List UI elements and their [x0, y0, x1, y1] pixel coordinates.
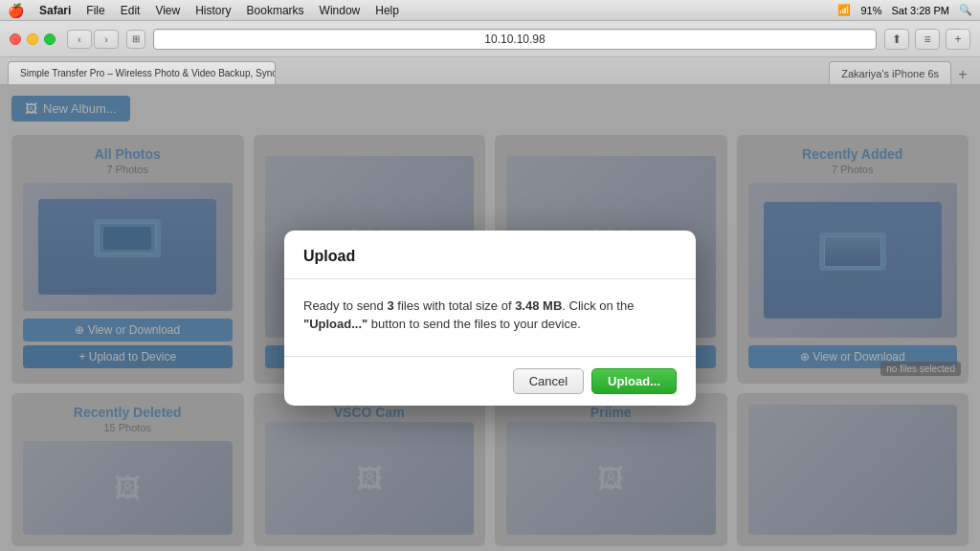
maximize-button[interactable]	[44, 33, 56, 45]
clock: Sat 3:28 PM	[891, 5, 949, 16]
url-text: 10.10.10.98	[484, 33, 545, 46]
tab-2[interactable]: Zakariya's iPhone 6s	[829, 61, 951, 84]
menu-help[interactable]: Help	[375, 4, 399, 17]
menu-history[interactable]: History	[195, 4, 231, 17]
battery-status: 91%	[860, 5, 881, 16]
upload-quoted: "Upload..."	[303, 317, 368, 331]
modal-body: Ready to send 3 files with total size of…	[284, 279, 696, 356]
address-bar[interactable]: 10.10.10.98	[153, 29, 877, 50]
wifi-icon[interactable]: 📶	[837, 4, 851, 16]
browser-tabs: Simple Transfer Pro – Wireless Photo & V…	[0, 57, 980, 84]
new-tab-button[interactable]: +	[946, 29, 970, 50]
tab-2-label: Zakariya's iPhone 6s	[841, 68, 939, 79]
menu-file[interactable]: File	[86, 4, 104, 17]
tab-1[interactable]: Simple Transfer Pro – Wireless Photo & V…	[8, 61, 276, 84]
browser-toolbar: ‹ › ⊞ 10.10.10.98 ⬆ ≡ +	[0, 21, 980, 57]
browser-chrome: ‹ › ⊞ 10.10.10.98 ⬆ ≡ + Simple Transfer …	[0, 21, 980, 84]
reader-button[interactable]: ≡	[915, 29, 940, 50]
menu-edit[interactable]: Edit	[121, 4, 141, 17]
menu-bookmarks[interactable]: Bookmarks	[247, 4, 304, 17]
menu-window[interactable]: Window	[320, 4, 361, 17]
minimize-button[interactable]	[27, 33, 38, 45]
upload-confirm-button[interactable]: Upload...	[591, 368, 677, 394]
close-button[interactable]	[10, 33, 21, 45]
tab-overview-button[interactable]: ⊞	[126, 30, 145, 49]
modal-overlay: Upload Ready to send 3 files with total …	[0, 84, 980, 551]
cancel-button[interactable]: Cancel	[513, 368, 584, 394]
traffic-lights	[10, 33, 56, 45]
share-button[interactable]: ⬆	[884, 29, 909, 50]
upload-dialog: Upload Ready to send 3 files with total …	[284, 231, 696, 406]
add-tab-button[interactable]: +	[953, 65, 972, 84]
file-size: 3.48 MB	[515, 298, 562, 313]
modal-header: Upload	[284, 231, 696, 279]
modal-title: Upload	[303, 248, 677, 265]
forward-button[interactable]: ›	[94, 30, 119, 49]
menu-bar: 🍎 Safari File Edit View History Bookmark…	[0, 0, 980, 21]
menu-view[interactable]: View	[155, 4, 180, 17]
app-name[interactable]: Safari	[39, 4, 71, 17]
browser-content: 🖼 New Album... All Photos 7 Photos	[0, 84, 980, 551]
search-icon[interactable]: 🔍	[959, 4, 972, 16]
back-button[interactable]: ‹	[67, 30, 92, 49]
tab-1-label: Simple Transfer Pro – Wireless Photo & V…	[20, 68, 276, 78]
file-count: 3	[387, 298, 393, 313]
modal-footer: Cancel Upload...	[284, 356, 696, 406]
apple-menu[interactable]: 🍎	[8, 3, 24, 18]
